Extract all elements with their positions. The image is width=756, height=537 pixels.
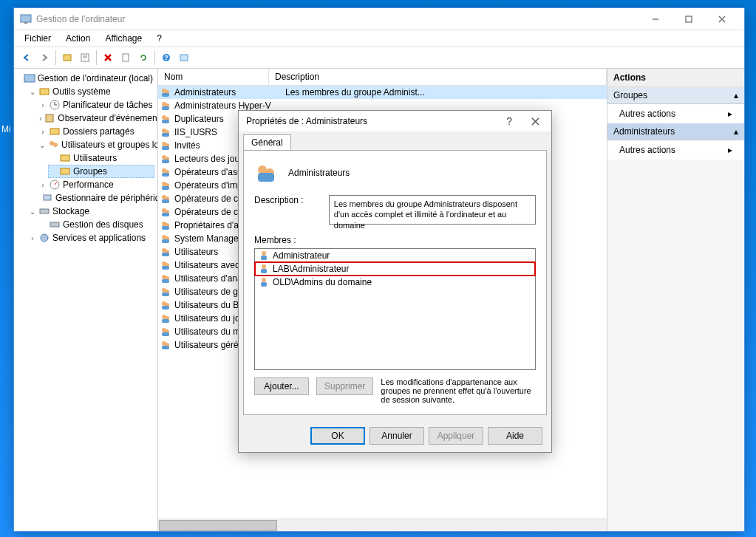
svg-rect-49 [162,160,169,163]
tree-label: Utilisateurs et groupes locaux [61,140,158,150]
member-name: OLD\Admins du domaine [273,277,372,287]
column-description[interactable]: Description [269,69,607,85]
view-button[interactable] [176,49,192,66]
menubar: Fichier Action Affichage ? [14,30,744,47]
tree-performance[interactable]: ›Performance [38,178,154,191]
tab-general[interactable]: Général [243,134,291,150]
apply-button[interactable]: Appliquer [429,427,483,445]
close-button[interactable] [705,8,738,30]
tree-disk-management[interactable]: Gestion des disques [38,218,154,231]
tree-label: Dossiers partagés [63,126,134,137]
remove-button[interactable]: Supprimer [316,377,373,395]
svg-point-99 [262,264,266,269]
group-name: Administrateurs [288,168,350,178]
forward-button[interactable] [36,49,52,66]
svg-rect-30 [50,222,59,227]
minimize-button[interactable] [638,8,672,30]
dialog-titlebar: Propriétés de : Administrateurs ? [239,111,551,131]
svg-text:?: ? [164,54,168,61]
group-icon [254,161,278,185]
tree-label: Gestion des disques [63,219,143,230]
group-icon [160,246,171,258]
actions-row-label: Autres actions [619,109,675,119]
ok-button[interactable]: OK [310,427,365,445]
svg-rect-73 [162,266,169,270]
back-button[interactable] [18,49,35,66]
delete-button[interactable] [100,49,116,66]
window-title: Gestion de l'ordinateur [36,14,125,24]
tree-label: Services et applications [52,233,146,243]
svg-rect-98 [261,256,267,260]
member-row[interactable]: LAB\Administrateur [254,261,536,276]
menu-view[interactable]: Affichage [99,32,148,45]
svg-point-101 [262,278,266,282]
svg-rect-22 [50,129,59,134]
group-icon [160,126,171,138]
group-icon [160,299,171,311]
help-button[interactable]: Aide [488,427,542,445]
scroll-thumb[interactable] [159,520,277,531]
list-row[interactable]: AdministrateursLes membres du groupe Adm… [158,86,607,99]
help-button[interactable]: ? [158,49,174,66]
up-button[interactable] [59,49,75,66]
svg-rect-3 [686,16,692,22]
user-icon [258,250,270,261]
tree-users[interactable]: Utilisateurs [48,151,154,165]
dialog-close-button[interactable] [527,117,544,126]
background-label: Mi [1,124,11,134]
menu-action[interactable]: Action [60,32,96,45]
group-icon [160,193,171,205]
group-icon [160,339,171,351]
tree-label: Utilisateurs [73,153,117,163]
tree-system-tools[interactable]: ⌄Outils système [27,85,154,98]
actions-section-groups[interactable]: Groupes▴ [607,87,744,104]
svg-rect-67 [162,239,169,243]
svg-rect-26 [61,168,69,174]
tree-label: Gestion de l'ordinateur (local) [38,73,153,83]
svg-rect-91 [162,346,169,349]
tree-groups[interactable]: Groupes [48,165,154,178]
dialog-help-icon[interactable]: ? [506,115,512,127]
group-icon [160,233,171,244]
member-row[interactable]: Administrateur [255,249,535,262]
tree-users-groups[interactable]: ⌄Utilisateurs et groupes locaux [38,138,154,151]
refresh-button[interactable] [135,49,151,66]
collapse-icon: ▴ [734,90,738,100]
actions-section-item[interactable]: Administrateurs▴ [607,123,744,140]
copy-button[interactable] [118,49,134,66]
members-list[interactable]: AdministrateurLAB\AdministrateurOLD\Admi… [254,248,536,370]
separator [154,50,155,65]
list-row-name: Administrateurs [174,87,282,98]
group-icon [160,166,171,178]
member-name: LAB\Administrateur [273,264,349,274]
svg-rect-61 [162,213,169,216]
tree-root[interactable]: Gestion de l'ordinateur (local) [17,72,154,85]
actions-section-label: Groupes [613,90,647,100]
tree-device-manager[interactable]: Gestionnaire de périphériques [38,191,154,205]
add-button[interactable]: Ajouter... [254,377,309,395]
tab-strip: Général [239,131,551,150]
tree-services[interactable]: ›Services et applications [27,231,154,244]
column-name[interactable]: Nom [158,69,269,85]
tree-event-viewer[interactable]: ›Observateur d'événements [38,112,154,125]
tree-scheduler[interactable]: ›Planificateur de tâches [38,98,154,112]
maximize-button[interactable] [672,8,705,30]
actions-other-groups[interactable]: Autres actions▸ [607,104,744,123]
member-row[interactable]: OLD\Admins du domaine [255,276,535,289]
svg-rect-12 [123,54,129,61]
group-icon [160,286,171,298]
properties-dialog: Propriétés de : Administrateurs ? Généra… [238,110,552,453]
svg-rect-0 [21,15,31,22]
horizontal-scrollbar[interactable] [158,519,607,531]
svg-rect-46 [162,146,169,150]
tab-panel: Administrateurs Description : Les membre… [243,150,547,415]
tree-shared-folders[interactable]: ›Dossiers partagés [38,125,154,138]
menu-help[interactable]: ? [151,32,168,45]
description-field[interactable]: Les membres du groupe Administrateurs di… [329,195,536,225]
group-icon [160,113,171,125]
menu-file[interactable]: Fichier [18,32,57,45]
cancel-button[interactable]: Annuler [370,427,424,445]
properties-button[interactable] [77,49,93,66]
actions-other-item[interactable]: Autres actions▸ [607,140,744,160]
tree-storage[interactable]: ⌄Stockage [27,205,154,218]
